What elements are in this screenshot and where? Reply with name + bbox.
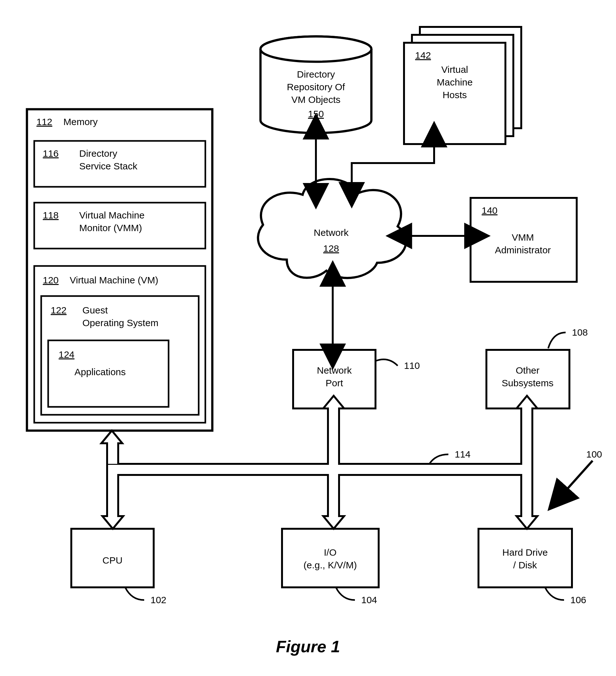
vmm-line1: Virtual Machine (79, 210, 145, 220)
guest-os-line1: Guest (83, 305, 108, 315)
leader-114 (429, 454, 448, 464)
vmm-num: 118 (43, 210, 59, 220)
hd-line2: / Disk (513, 560, 537, 570)
other-line2: Subsystems (502, 378, 553, 388)
hd-num: 106 (570, 595, 586, 605)
apps-num: 124 (59, 349, 74, 360)
guest-os-num: 122 (51, 305, 66, 315)
network-label: Network (314, 227, 349, 238)
hard-drive-box: Hard Drive / Disk (478, 529, 572, 587)
leader-102 (125, 587, 144, 600)
vmm-line2: Monitor (VMM) (79, 223, 142, 233)
vm-hosts-line3: Hosts (443, 90, 467, 100)
leader-106 (545, 587, 564, 600)
memory-label: Memory (63, 116, 98, 127)
io-num: 104 (361, 595, 377, 605)
io-line1: I/O (324, 547, 337, 558)
vmm-box: 118 Virtual Machine Monitor (VMM) (34, 203, 205, 248)
svg-rect-15 (282, 529, 379, 587)
vm-hosts-line2: Machine (437, 77, 472, 88)
directory-repo-cylinder: Directory Repository Of VM Objects 150 (260, 37, 371, 133)
other-line1: Other (516, 365, 539, 376)
vm-hosts-line1: Virtual (442, 64, 468, 75)
network-cloud: Network 128 (258, 179, 406, 278)
svg-line-17 (566, 461, 593, 491)
svg-rect-16 (478, 529, 572, 587)
diagram-svg: 112 Memory 116 Directory Service Stack 1… (0, 0, 616, 676)
dir-stack-line2: Service Stack (79, 161, 138, 171)
io-box: I/O (e.g., K/V/M) (282, 529, 379, 587)
directory-service-stack-box: 116 Directory Service Stack (34, 141, 205, 187)
network-port-line2: Port (325, 378, 343, 388)
memory-num: 112 (37, 116, 52, 127)
guest-os-box: 122 Guest Operating System 124 Applicati… (41, 296, 199, 415)
system-num: 100 (586, 449, 602, 459)
dir-repo-line1: Directory (297, 69, 335, 79)
svg-point-7 (260, 37, 371, 62)
leader-108 (548, 332, 566, 348)
network-num: 128 (323, 243, 339, 253)
apps-label: Applications (74, 367, 126, 377)
conn-hosts-network (352, 144, 434, 185)
vm-num: 120 (43, 275, 59, 285)
cpu-label: CPU (102, 555, 122, 565)
dir-repo-num: 150 (308, 109, 324, 119)
vm-label: Virtual Machine (VM) (70, 275, 158, 285)
memory-box: 112 Memory 116 Directory Service Stack 1… (27, 109, 212, 431)
leader-104 (336, 587, 355, 600)
io-line2: (e.g., K/V/M) (304, 560, 357, 570)
vmm-admin-num: 140 (482, 205, 498, 216)
leader-110 (375, 359, 398, 366)
dir-repo-line2: Repository Of (287, 82, 345, 92)
cpu-box: CPU (71, 529, 154, 587)
cpu-num: 102 (151, 595, 166, 605)
dir-repo-line3: VM Objects (291, 94, 340, 105)
applications-box: 124 Applications (48, 340, 168, 407)
figure-caption: Figure 1 (276, 637, 340, 656)
dir-stack-num: 116 (43, 148, 59, 159)
bus-num: 114 (455, 449, 470, 459)
system-arrow: 100 (566, 449, 602, 491)
vm-hosts-num: 142 (415, 50, 431, 60)
dir-stack-line1: Directory (79, 148, 117, 159)
vmm-admin-line1: VMM (512, 232, 534, 242)
network-port-num: 110 (404, 360, 420, 371)
vmm-admin-line2: Administrator (495, 245, 551, 255)
vm-hosts-box: 142 Virtual Machine Hosts (404, 27, 521, 144)
guest-os-line2: Operating System (83, 318, 158, 328)
vm-box: 120 Virtual Machine (VM) 122 Guest Opera… (34, 266, 205, 423)
vmm-administrator-box: 140 VMM Administrator (470, 198, 577, 282)
network-port-line1: Network (317, 365, 352, 376)
hd-line1: Hard Drive (502, 547, 548, 558)
other-num: 108 (572, 327, 588, 338)
